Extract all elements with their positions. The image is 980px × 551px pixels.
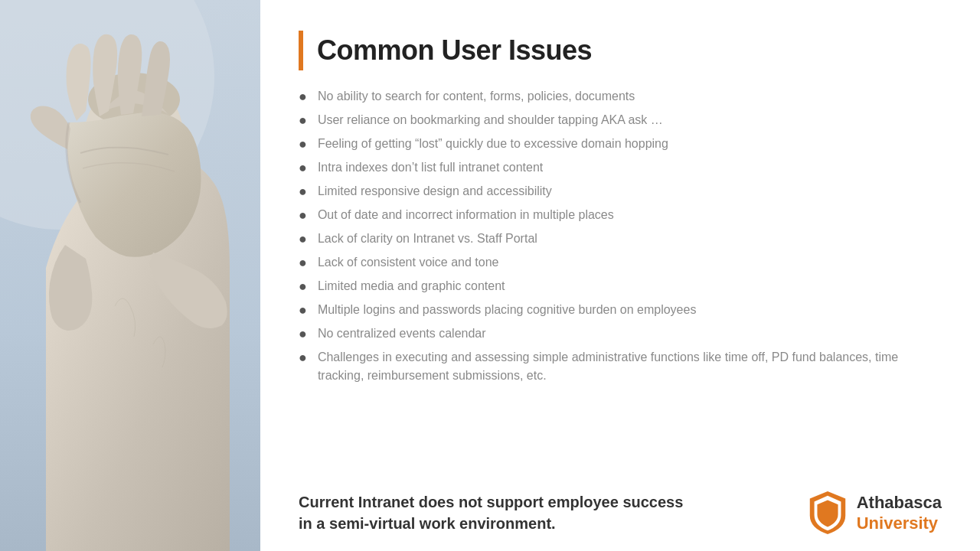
page-title: Common User Issues — [317, 34, 592, 67]
list-item: ●Lack of clarity on Intranet vs. Staff P… — [299, 230, 942, 249]
bullet-icon: ● — [299, 86, 307, 107]
list-item: ●No centralized events calendar — [299, 324, 942, 344]
list-item: ●Lack of consistent voice and tone — [299, 253, 942, 273]
statue-image-panel — [0, 0, 260, 551]
statue-svg — [0, 0, 260, 551]
list-item: ●Feeling of getting “lost” quickly due t… — [299, 135, 942, 155]
university-logo: Athabasca University — [808, 490, 942, 536]
issue-text: Lack of clarity on Intranet vs. Staff Po… — [318, 230, 537, 248]
issue-text: Challenges in executing and assessing si… — [318, 348, 942, 385]
list-item: ●Out of date and incorrect information i… — [299, 206, 942, 226]
list-item: ●Intra indexes don’t list full intranet … — [299, 158, 942, 178]
issue-text: Feeling of getting “lost” quickly due to… — [318, 135, 668, 153]
bullet-icon: ● — [299, 253, 307, 273]
issue-text: No ability to search for content, forms,… — [318, 87, 635, 106]
list-item: ●Multiple logins and passwords placing c… — [299, 301, 942, 321]
bullet-icon: ● — [299, 347, 307, 368]
footer-section: Current Intranet does not support employ… — [299, 481, 942, 536]
issue-text: Limited responsive design and accessibil… — [318, 182, 552, 201]
title-section: Common User Issues — [299, 31, 942, 70]
content-panel: Common User Issues ●No ability to search… — [260, 0, 980, 551]
list-item: ●Limited responsive design and accessibi… — [299, 182, 942, 202]
list-item: ●Challenges in executing and assessing s… — [299, 348, 942, 385]
issue-text: User reliance on bookmarking and shoulde… — [318, 111, 663, 129]
bullet-icon: ● — [299, 324, 307, 344]
issue-text: Intra indexes don’t list full intranet c… — [318, 158, 543, 177]
issues-list: ●No ability to search for content, forms… — [299, 87, 942, 478]
list-item: ●User reliance on bookmarking and should… — [299, 111, 942, 131]
bullet-icon: ● — [299, 276, 307, 297]
list-item: ●No ability to search for content, forms… — [299, 87, 942, 107]
footer-tagline: Current Intranet does not support employ… — [299, 491, 697, 534]
bullet-icon: ● — [299, 158, 307, 178]
bullet-icon: ● — [299, 110, 307, 131]
bullet-icon: ● — [299, 300, 307, 321]
issue-text: Limited media and graphic content — [318, 277, 505, 295]
logo-university: University — [857, 514, 938, 533]
issue-text: Out of date and incorrect information in… — [318, 206, 614, 224]
bullet-icon: ● — [299, 229, 307, 249]
issue-text: Lack of consistent voice and tone — [318, 253, 499, 272]
shield-icon — [808, 490, 848, 536]
logo-university-name: Athabasca University — [857, 492, 942, 534]
list-item: ●Limited media and graphic content — [299, 277, 942, 297]
bullet-icon: ● — [299, 134, 307, 155]
logo-text-block: Athabasca University — [857, 492, 942, 534]
bullet-icon: ● — [299, 181, 307, 202]
logo-athabasca: Athabasca — [857, 493, 942, 512]
orange-accent-bar — [299, 31, 303, 70]
issue-text: No centralized events calendar — [318, 324, 486, 343]
bullet-icon: ● — [299, 205, 307, 226]
issue-text: Multiple logins and passwords placing co… — [318, 301, 697, 319]
